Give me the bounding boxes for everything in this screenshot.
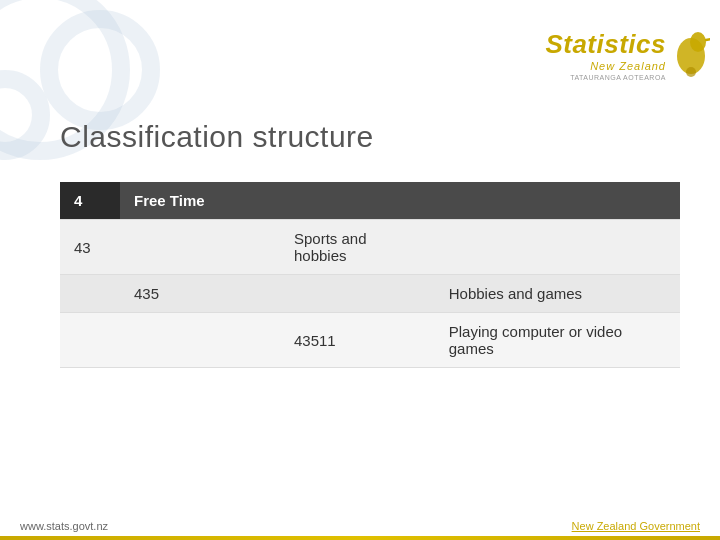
svg-line-2	[706, 38, 710, 40]
page-title: Classification structure	[60, 120, 680, 154]
logo-stats-text: Statistics	[545, 29, 666, 60]
footer: www.stats.govt.nz New Zealand Government	[20, 520, 700, 532]
circle-3	[0, 70, 50, 160]
header-col4	[435, 182, 680, 220]
row3-col3: 43511	[280, 313, 435, 368]
table-row: 43 Sports and hobbies	[60, 220, 680, 275]
row2-col1	[60, 275, 120, 313]
main-content: Classification structure 4 Free Time 43 …	[60, 120, 680, 368]
row3-col2	[120, 313, 280, 368]
svg-point-1	[690, 32, 706, 52]
classification-table: 4 Free Time 43 Sports and hobbies 435 Ho…	[60, 182, 680, 368]
svg-point-3	[686, 67, 696, 77]
header-col2: Free Time	[120, 182, 280, 220]
circle-2	[40, 10, 160, 130]
row1-col4	[435, 220, 680, 275]
row3-col4: Playing computer or video games	[435, 313, 680, 368]
header-col3	[280, 182, 435, 220]
row1-col1: 43	[60, 220, 120, 275]
logo-wrapper: Statistics New Zealand TATAURANGA AOTEAR…	[545, 26, 710, 85]
footer-url: www.stats.govt.nz	[20, 520, 108, 532]
row1-col2	[120, 220, 280, 275]
table-row: 435 Hobbies and games	[60, 275, 680, 313]
logo-tagline: TATAURANGA AOTEAROA	[570, 74, 666, 81]
row2-col4: Hobbies and games	[435, 275, 680, 313]
logo-nz-text: New Zealand	[590, 60, 666, 72]
table-row: 43511 Playing computer or video games	[60, 313, 680, 368]
row2-col2: 435	[120, 275, 280, 313]
footer-govt-link[interactable]: New Zealand Government	[572, 520, 700, 532]
row1-col3: Sports and hobbies	[280, 220, 435, 275]
header-col1: 4	[60, 182, 120, 220]
row3-col1	[60, 313, 120, 368]
header: Statistics New Zealand TATAURANGA AOTEAR…	[550, 10, 710, 100]
table-header-row: 4 Free Time	[60, 182, 680, 220]
bottom-stripe	[0, 536, 720, 540]
logo-container: Statistics New Zealand TATAURANGA AOTEAR…	[545, 29, 666, 81]
logo-bird-icon	[672, 26, 710, 85]
row2-col3	[280, 275, 435, 313]
